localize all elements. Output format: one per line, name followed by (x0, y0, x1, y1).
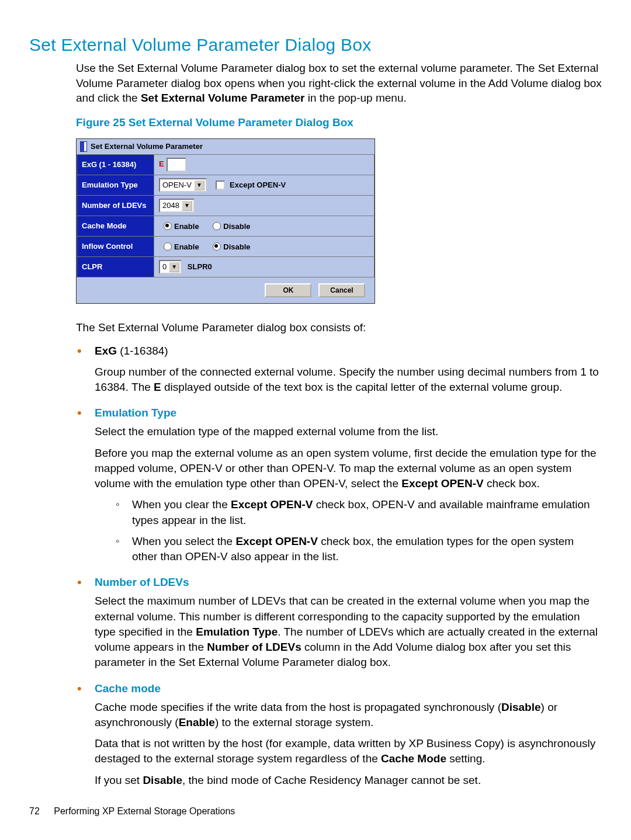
inflow-enable-label: Enable (174, 242, 199, 251)
intro-text-b: Set External Volume Parameter (141, 92, 305, 104)
cache-p1b: Disable (501, 701, 541, 713)
number-of-ldevs-dropdown[interactable]: 2048 ▼ (159, 199, 195, 213)
emu-sub2b: Except OPEN-V (235, 535, 317, 547)
intro-paragraph: Use the Set External Volume Parameter di… (29, 61, 602, 106)
inflow-enable-radio[interactable] (164, 242, 172, 251)
inflow-disable-radio[interactable] (213, 242, 221, 251)
cache-p2c: setting. (446, 752, 486, 765)
ldev-heading: Number of LDEVs (95, 575, 602, 590)
row-cache-mode: Cache Mode Enable Disable (77, 216, 375, 236)
label-inflow-control: Inflow Control (77, 236, 154, 256)
value-emulation-type: OPEN-V ▼ Except OPEN-V (154, 175, 375, 195)
item-exg: ExG (1-16384) Group number of the connec… (76, 343, 602, 395)
item-emulation-type: Emulation Type Select the emulation type… (76, 405, 602, 564)
cache-mode-disable-label: Disable (223, 222, 250, 231)
exg-p1b: E (154, 381, 161, 393)
page-footer: 72 Performing XP External Storage Operat… (29, 806, 235, 817)
footer-text: Performing XP External Storage Operation… (54, 806, 235, 816)
chevron-down-icon: ▼ (194, 180, 204, 190)
row-emulation-type: Emulation Type OPEN-V ▼ Except OPEN-V (77, 175, 375, 195)
exg-range: (1-16384) (117, 345, 168, 357)
ldev-p1b: Emulation Type (196, 626, 278, 638)
value-cache-mode: Enable Disable (154, 216, 375, 236)
emulation-type-p1: Select the emulation type of the mapped … (95, 424, 602, 439)
emulation-sub2: When you select the Except OPEN-V check … (116, 534, 602, 564)
cache-p1d: Enable (179, 716, 215, 728)
cache-p2b: Cache Mode (381, 752, 446, 765)
clpr-dropdown[interactable]: 0 ▼ (159, 260, 182, 274)
page-number: 72 (29, 806, 40, 816)
intro-text-c: in the pop-up menu. (304, 92, 406, 104)
cache-p3b: Disable (143, 774, 182, 786)
cache-p3a: If you set (95, 774, 143, 786)
except-open-v-label: Except OPEN-V (230, 181, 286, 189)
section-title: Set External Volume Parameter Dialog Box (29, 35, 602, 55)
exg-p1c: displayed outside of the text box is the… (161, 381, 563, 393)
value-inflow-control: Enable Disable (154, 236, 375, 256)
number-of-ldevs-selected: 2048 (162, 201, 179, 210)
cancel-button[interactable]: Cancel (318, 283, 365, 297)
label-emulation-type: Emulation Type (77, 175, 154, 195)
emulation-type-heading: Emulation Type (95, 405, 602, 421)
row-clpr: CLPR 0 ▼ SLPR0 (77, 256, 375, 277)
cache-p2a: Data that is not written by the host (fo… (95, 737, 595, 765)
row-number-of-ldevs: Number of LDEVs 2048 ▼ (77, 195, 375, 216)
emulation-sub1: When you clear the Except OPEN-V check b… (116, 497, 602, 527)
except-open-v-checkbox[interactable] (216, 181, 225, 190)
emu-sub2a: When you select the (132, 535, 235, 547)
value-exg: E (154, 154, 375, 175)
emulation-type-selected: OPEN-V (162, 181, 192, 189)
inflow-disable-label: Disable (223, 242, 250, 251)
dialog-button-row: OK Cancel (77, 277, 375, 303)
exg-prefix: E (159, 159, 164, 168)
figure-caption: Figure 25 Set External Volume Parameter … (29, 116, 602, 129)
exg-term: ExG (95, 345, 117, 357)
dialog-titlebar: Set External Volume Parameter (77, 139, 375, 154)
label-number-of-ldevs: Number of LDEVs (77, 195, 154, 216)
consists-of-text: The Set External Volume Parameter dialog… (29, 320, 602, 335)
cache-mode-enable-radio[interactable] (164, 222, 172, 230)
row-exg: ExG (1 - 16384) E (77, 154, 375, 175)
emulation-type-p2c: check box. (484, 477, 540, 490)
row-inflow-control: Inflow Control Enable Disable (77, 236, 375, 256)
item-cache-mode: Cache mode Cache mode specifies if the w… (76, 681, 602, 788)
emulation-type-dropdown[interactable]: OPEN-V ▼ (159, 178, 207, 192)
ldev-p1d: Number of LDEVs (207, 641, 301, 653)
chevron-down-icon: ▼ (182, 200, 192, 211)
clpr-text: SLPR0 (188, 262, 212, 271)
set-external-volume-parameter-dialog: Set External Volume Parameter ExG (1 - 1… (76, 138, 375, 304)
chevron-down-icon: ▼ (169, 262, 179, 272)
cache-mode-enable-label: Enable (174, 222, 199, 231)
item-number-of-ldevs: Number of LDEVs Select the maximum numbe… (76, 575, 602, 670)
dialog-title-icon (80, 141, 87, 152)
dialog-screenshot: Set External Volume Parameter ExG (1 - 1… (76, 138, 602, 304)
cache-p1a: Cache mode specifies if the write data f… (95, 701, 501, 713)
parameter-list: ExG (1-16384) Group number of the connec… (29, 343, 602, 788)
exg-input[interactable] (167, 158, 186, 172)
label-clpr: CLPR (77, 256, 154, 277)
emulation-type-p2b: Except OPEN-V (401, 477, 483, 490)
emu-sub1a: When you clear the (132, 498, 231, 511)
cache-p1e: ) to the external storage system. (215, 716, 373, 728)
cache-p3c: , the bind mode of Cache Residency Manag… (182, 774, 481, 786)
ok-button[interactable]: OK (265, 283, 311, 297)
cache-mode-disable-radio[interactable] (213, 222, 221, 230)
dialog-form-table: ExG (1 - 16384) E Emulation Type OPEN-V … (77, 154, 375, 277)
emulation-sublist: When you clear the Except OPEN-V check b… (95, 497, 602, 564)
dialog-title-text: Set External Volume Parameter (91, 142, 203, 151)
clpr-selected: 0 (162, 262, 167, 271)
label-cache-mode: Cache Mode (77, 216, 154, 236)
emu-sub1b: Except OPEN-V (231, 498, 313, 511)
cache-mode-heading: Cache mode (95, 681, 602, 696)
label-exg: ExG (1 - 16384) (77, 154, 154, 175)
value-number-of-ldevs: 2048 ▼ (154, 195, 375, 216)
value-clpr: 0 ▼ SLPR0 (154, 256, 375, 277)
